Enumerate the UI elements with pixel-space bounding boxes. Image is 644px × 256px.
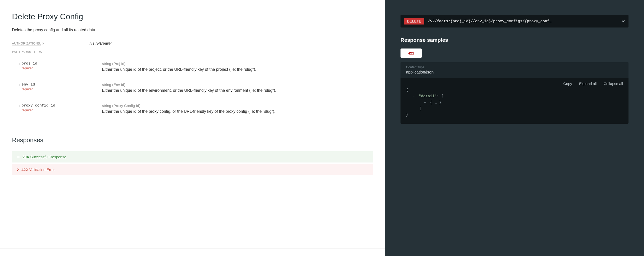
chevron-down-icon [622, 20, 625, 22]
tree-connector-icon [16, 64, 16, 77]
json-brace-open: { [406, 88, 408, 92]
endpoint-bar[interactable]: DELETE /v2/facts/{proj_id}/{env_id}/prox… [400, 15, 628, 28]
param-row-proxy-config-id: proxy_config_id required string (Proxy C… [12, 98, 373, 119]
content-type-value: application/json [406, 70, 623, 74]
copy-button[interactable]: Copy [563, 82, 572, 86]
param-required-badge: required [22, 108, 102, 112]
param-body-cell: string (Proxy Config Id) Either the uniq… [102, 98, 373, 119]
authorizations-value: HTTPBearer [90, 41, 112, 46]
param-row-proj-id: proj_id required string (Proj Id) Either… [12, 56, 373, 77]
param-type: string (Env Id) [102, 82, 373, 87]
page-title: Delete Proxy Config [12, 12, 373, 21]
response-text: Validation Error [29, 168, 55, 172]
param-type: string (Proxy Config Id) [102, 104, 373, 108]
tree-branch-icon [16, 85, 20, 85]
dash-icon [16, 155, 20, 159]
code-actions: Copy Expand all Collapse all [400, 78, 628, 87]
param-description: Either the unique id of the proxy config… [102, 109, 373, 114]
collapse-all-button[interactable]: Collapse all [604, 82, 623, 86]
tree-branch-icon [16, 106, 20, 106]
param-body-cell: string (Env Id) Either the unique id of … [102, 77, 373, 98]
param-name: proxy_config_id [22, 104, 102, 108]
collapse-toggle-minus[interactable]: - [413, 94, 415, 98]
sample-box: Content type application/json Copy Expan… [400, 62, 628, 124]
json-brace-close: } [406, 113, 408, 117]
param-name: env_id [22, 82, 102, 87]
response-row-422[interactable]: 422 Validation Error [12, 164, 373, 175]
doc-panel: Delete Proxy Config Deletes the proxy co… [0, 0, 385, 256]
param-name-cell: proj_id required [12, 56, 102, 77]
json-key-detail: "detail" [419, 94, 437, 98]
content-type-label: Content type [406, 65, 623, 69]
authorizations-label: AUTHORIZATIONS: [12, 42, 41, 46]
param-row-env-id: env_id required string (Env Id) Either t… [12, 77, 373, 98]
page-description: Deletes the proxy config and all its rel… [12, 28, 373, 32]
param-name: proj_id [22, 62, 102, 66]
endpoint-path: /v2/facts/{proj_id}/{env_id}/proxy_confi… [428, 19, 619, 24]
param-required-badge: required [22, 66, 102, 70]
tree-branch-icon [16, 64, 20, 64]
json-sample: { - "detail": [ + { … } ] } [400, 87, 628, 124]
param-name-cell: env_id required [12, 77, 102, 98]
response-text: Successful Response [30, 155, 66, 159]
expand-toggle-plus[interactable]: + [424, 100, 426, 105]
http-method-badge: DELETE [404, 18, 424, 24]
json-collapsed-object[interactable]: { … } [430, 100, 441, 105]
param-description: Either the unique id of the environment,… [102, 88, 373, 93]
param-name-cell: proxy_config_id required [12, 98, 102, 119]
tab-422[interactable]: 422 [400, 48, 422, 58]
param-description: Either the unique id of the project, or … [102, 67, 373, 72]
authorizations-row[interactable]: AUTHORIZATIONS: HTTPBearer [12, 41, 373, 46]
expand-all-button[interactable]: Expand all [579, 82, 596, 86]
samples-panel: DELETE /v2/facts/{proj_id}/{env_id}/prox… [385, 0, 644, 256]
chevron-right-icon [42, 42, 44, 45]
response-samples-heading: Response samples [400, 37, 628, 43]
param-body-cell: string (Proj Id) Either the unique id of… [102, 56, 373, 77]
response-code: 422 [22, 168, 28, 172]
param-type: string (Proj Id) [102, 62, 373, 66]
responses-heading: Responses [12, 136, 373, 144]
json-array-close: ] [420, 106, 422, 111]
tree-connector-icon [16, 77, 16, 98]
chevron-right-icon [16, 168, 19, 171]
content-type-bar: Content type application/json [400, 62, 628, 78]
path-parameters-table: proj_id required string (Proj Id) Either… [12, 56, 373, 119]
json-array-open: : [ [437, 94, 444, 98]
param-required-badge: required [22, 87, 102, 91]
path-parameters-label: PATH PARAMETERS [12, 50, 373, 56]
tree-connector-icon [16, 98, 16, 106]
response-code: 204 [22, 155, 29, 159]
response-row-204[interactable]: 204 Successful Response [12, 151, 373, 162]
